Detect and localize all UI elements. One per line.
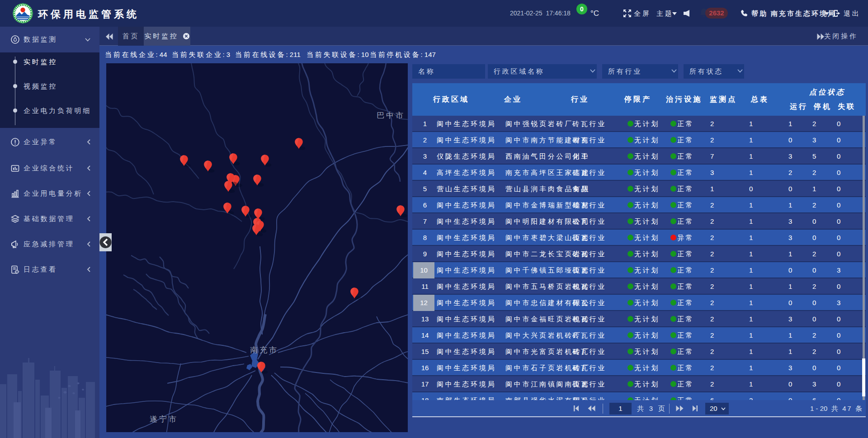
svg-text:南充市: 南充市 bbox=[250, 346, 278, 354]
svg-text:巴中市: 巴中市 bbox=[377, 111, 405, 120]
svg-text:遂宁市: 遂宁市 bbox=[150, 415, 178, 424]
